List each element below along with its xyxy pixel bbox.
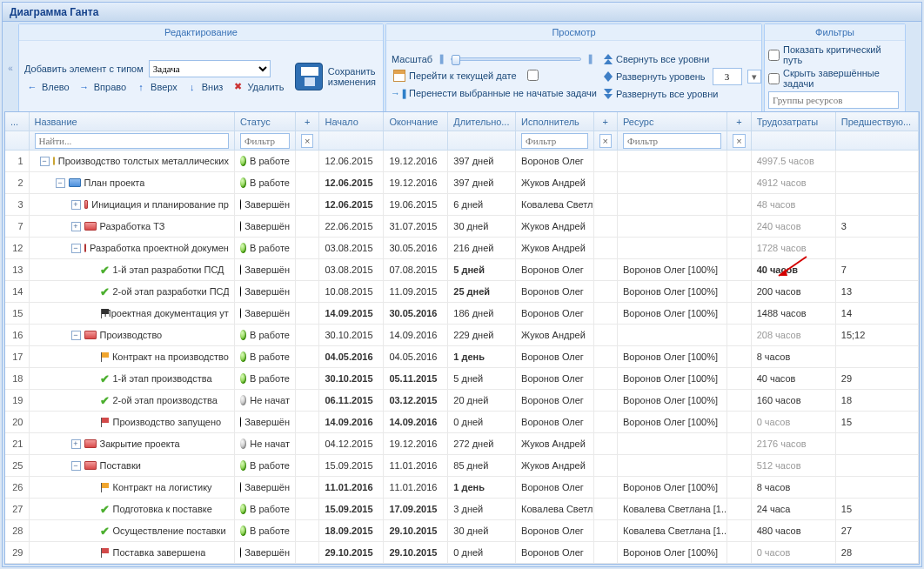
task-name-cell[interactable]: Поставка завершена <box>30 542 235 564</box>
executor-cell[interactable]: Воронов Олег <box>516 368 593 390</box>
resource-cell[interactable] <box>618 172 727 194</box>
executor-cell[interactable]: Жуков Андрей <box>516 455 593 477</box>
executor-cell[interactable]: Воронов Олег <box>516 412 593 433</box>
task-name-cell[interactable]: ✔1-й этап разработки ПСД <box>30 259 235 281</box>
duration-cell[interactable]: 0 дней <box>448 412 516 433</box>
duration-cell[interactable]: 3 дней <box>448 499 516 520</box>
task-name-cell[interactable]: −Разработка проектной докумен <box>30 238 235 259</box>
duration-cell[interactable]: 397 дней <box>448 172 516 194</box>
start-cell[interactable]: 18.09.2015 <box>319 520 384 542</box>
end-cell[interactable]: 07.08.2015 <box>384 259 448 281</box>
pred-cell[interactable] <box>836 433 919 455</box>
table-row[interactable]: 26Контракт на логистикуЗавершён11.01.201… <box>5 477 919 499</box>
labor-cell[interactable]: 4912 часов <box>752 172 836 194</box>
tree-toggle[interactable]: − <box>71 331 81 340</box>
executor-cell[interactable]: Жуков Андрей <box>516 216 593 238</box>
goto-today-checkbox[interactable] <box>527 70 539 81</box>
end-cell[interactable]: 11.01.2016 <box>384 477 448 499</box>
tree-toggle[interactable]: + <box>71 439 81 449</box>
end-cell[interactable]: 19.12.2016 <box>384 151 448 172</box>
status-cell[interactable]: Не начат <box>235 390 296 412</box>
labor-cell[interactable]: 48 часов <box>752 194 836 216</box>
resource-cell[interactable]: Воронов Олег [100%] <box>618 281 727 303</box>
resource-cell[interactable]: Воронов Олег [100%] <box>618 303 727 325</box>
move-up-button[interactable]: ↑Вверх <box>133 80 179 94</box>
pred-cell[interactable]: 18 <box>836 390 919 412</box>
labor-cell[interactable]: 1488 часов <box>752 303 836 325</box>
start-cell[interactable]: 06.11.2015 <box>319 390 384 412</box>
status-cell[interactable]: В работе <box>235 172 296 194</box>
task-name-cell[interactable]: +Разработка ТЗ <box>30 216 235 238</box>
col-header-status[interactable]: Статус <box>235 112 296 131</box>
start-cell[interactable]: 03.08.2015 <box>319 238 384 259</box>
table-row[interactable]: 2−План проектаВ работе12.06.201519.12.20… <box>5 172 919 194</box>
start-cell[interactable]: 14.09.2015 <box>319 303 384 325</box>
executor-cell[interactable]: Жуков Андрей <box>516 325 593 346</box>
end-cell[interactable]: 19.12.2016 <box>384 172 448 194</box>
slider-thumb[interactable] <box>452 55 460 65</box>
table-row[interactable]: 13✔1-й этап разработки ПСДЗавершён03.08.… <box>5 259 919 281</box>
col-header-start[interactable]: Начало <box>319 112 384 131</box>
end-cell[interactable]: 14.09.2016 <box>384 412 448 433</box>
duration-cell[interactable]: 30 дней <box>448 520 516 542</box>
goto-today-button[interactable]: Перейти к текущей дате <box>392 69 519 83</box>
filter-exec-clear[interactable]: × <box>599 134 613 148</box>
col-header-res-plus[interactable]: + <box>727 112 752 131</box>
pred-cell[interactable] <box>836 194 919 216</box>
pred-cell[interactable]: 27 <box>836 520 919 542</box>
resource-cell[interactable] <box>618 455 727 477</box>
executor-cell[interactable]: Жуков Андрей <box>516 433 593 455</box>
start-cell[interactable]: 29.10.2015 <box>319 542 384 564</box>
duration-cell[interactable]: 5 дней <box>448 259 516 281</box>
pred-cell[interactable]: 13 <box>836 281 919 303</box>
status-cell[interactable]: В работе <box>235 520 296 542</box>
executor-cell[interactable]: Воронов Олег <box>516 542 593 564</box>
pred-cell[interactable] <box>836 172 919 194</box>
end-cell[interactable]: 11.09.2015 <box>384 281 448 303</box>
start-cell[interactable]: 10.08.2015 <box>319 281 384 303</box>
task-name-cell[interactable]: Контракт на производство <box>30 346 235 368</box>
start-cell[interactable]: 15.09.2015 <box>319 499 384 520</box>
pred-cell[interactable] <box>836 455 919 477</box>
resource-cell[interactable]: Воронов Олег [100%] <box>618 259 727 281</box>
pred-cell[interactable] <box>836 477 919 499</box>
start-cell[interactable]: 12.06.2015 <box>319 194 384 216</box>
expand-level-input[interactable] <box>713 68 742 85</box>
labor-cell[interactable]: 2176 часов <box>752 433 836 455</box>
end-cell[interactable]: 19.06.2015 <box>384 194 448 216</box>
task-name-cell[interactable]: ✔1-й этап производства <box>30 368 235 390</box>
end-cell[interactable]: 14.09.2016 <box>384 325 448 346</box>
filter-exec-input[interactable] <box>521 133 587 149</box>
tree-toggle[interactable]: − <box>56 178 65 188</box>
task-name-cell[interactable]: −Производство толстых металлических <box>30 151 235 172</box>
duration-cell[interactable]: 1 день <box>448 346 516 368</box>
filter-name-input[interactable] <box>35 133 229 149</box>
labor-cell[interactable]: 0 часов <box>752 412 836 433</box>
labor-cell[interactable]: 240 часов <box>752 216 836 238</box>
filter-res-input[interactable] <box>623 133 721 149</box>
pred-cell[interactable] <box>836 346 919 368</box>
labor-cell[interactable]: 512 часов <box>752 455 836 477</box>
status-cell[interactable]: Завершён <box>235 542 296 564</box>
col-header-exec-plus[interactable]: + <box>594 112 619 131</box>
col-header-executor[interactable]: Исполнитель <box>516 112 593 131</box>
filter-res-clear[interactable]: × <box>733 134 746 148</box>
end-cell[interactable]: 11.01.2016 <box>384 455 448 477</box>
add-type-select[interactable]: Задача <box>149 60 271 77</box>
status-cell[interactable]: Завершён <box>235 194 296 216</box>
start-cell[interactable]: 11.01.2016 <box>319 477 384 499</box>
status-cell[interactable]: Завершён <box>235 216 296 238</box>
start-cell[interactable]: 30.10.2015 <box>319 368 384 390</box>
task-name-cell[interactable]: Производство запущено <box>30 412 235 433</box>
labor-cell[interactable]: 40 часов <box>752 259 836 281</box>
task-name-cell[interactable]: +Инициация и планирование пр <box>30 194 235 216</box>
move-left-button[interactable]: ←Влево <box>24 80 71 94</box>
status-cell[interactable]: В работе <box>235 151 296 172</box>
duration-cell[interactable]: 5 дней <box>448 368 516 390</box>
status-cell[interactable]: В работе <box>235 499 296 520</box>
end-cell[interactable]: 04.05.2016 <box>384 346 448 368</box>
duration-cell[interactable]: 85 дней <box>448 455 516 477</box>
labor-cell[interactable]: 0 часов <box>752 542 836 564</box>
save-button[interactable]: Сохранить изменения <box>293 62 378 91</box>
pred-cell[interactable]: 28 <box>836 542 919 564</box>
